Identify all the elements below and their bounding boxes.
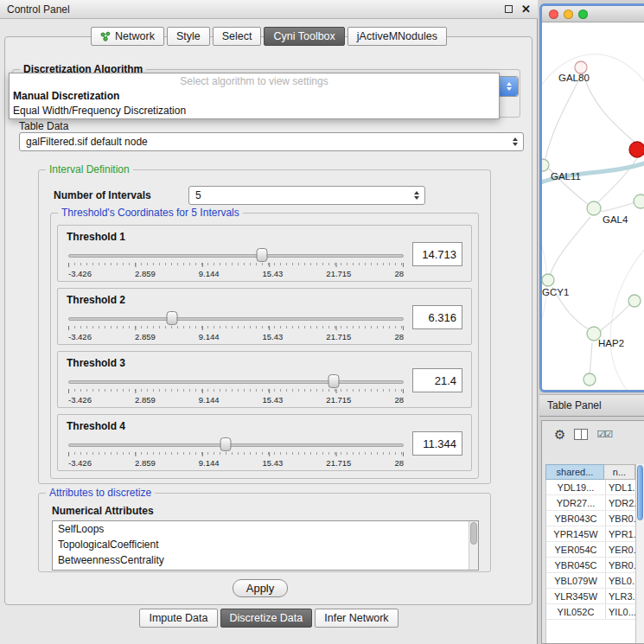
tab-infer-network[interactable]: Infer Network xyxy=(315,609,398,628)
network-node[interactable] xyxy=(542,159,549,171)
attributes-scrollbar-thumb[interactable] xyxy=(470,522,477,545)
network-node[interactable] xyxy=(634,194,644,208)
slider-tick-labels: -3.4262.8599.14415.4321.71528 xyxy=(68,458,404,468)
threshold-label: Threshold 2 xyxy=(67,294,125,306)
table-panel-header[interactable]: Table Panel xyxy=(539,394,644,417)
network-canvas[interactable]: GAL80GAL11GAL4GCY1HAP2 xyxy=(542,23,644,390)
column-header-name[interactable]: n... xyxy=(604,464,635,480)
tab-style[interactable]: Style xyxy=(167,27,210,46)
tick-label: 21.715 xyxy=(326,332,351,341)
algorithm-option-equal-width[interactable]: Equal Width/Frequency Discretization xyxy=(10,104,499,118)
zoom-traffic-light-icon[interactable] xyxy=(578,10,588,19)
gear-icon[interactable]: ⚙ xyxy=(554,428,565,441)
table-row[interactable]: YDL19...YDL1... xyxy=(546,480,635,495)
table-scrollbar[interactable] xyxy=(635,464,644,643)
network-window-titlebar xyxy=(542,6,644,22)
tab-impute-data-label: Impute Data xyxy=(149,609,207,627)
slider-tick-labels: -3.4262.8599.14415.4321.71528 xyxy=(68,395,404,405)
tick-label: -3.426 xyxy=(68,458,92,468)
tab-network-label: Network xyxy=(115,28,155,45)
threshold-value-field[interactable]: 21.4 xyxy=(412,368,462,392)
number-of-intervals-stepper-icon[interactable] xyxy=(409,191,424,200)
tab-discretize-data-label: Discretize Data xyxy=(230,609,303,627)
network-node[interactable] xyxy=(629,142,644,157)
table-data-stepper-icon[interactable] xyxy=(507,137,523,146)
threshold-value-field[interactable]: 14.713 xyxy=(412,242,462,266)
cell-name: YPR1... xyxy=(605,526,635,541)
table-header-row: shared... n... xyxy=(545,464,635,480)
attribute-list-item[interactable]: SelfLoops xyxy=(53,521,478,537)
apply-button[interactable]: Apply xyxy=(233,579,288,597)
slider-thumb[interactable] xyxy=(256,248,267,262)
tick-label: -3.426 xyxy=(68,395,92,405)
table-row[interactable]: YBL079WYBL0... xyxy=(546,573,635,589)
column-header-shared-name[interactable]: shared... xyxy=(545,464,604,480)
close-icon[interactable]: ✕ xyxy=(521,4,531,15)
close-traffic-light-icon[interactable] xyxy=(549,10,558,19)
tab-select[interactable]: Select xyxy=(213,27,262,46)
combobox-stepper-icon[interactable] xyxy=(499,77,518,96)
network-node[interactable] xyxy=(575,61,587,73)
node-label: GCY1 xyxy=(542,287,569,297)
threshold-slider[interactable]: -3.4262.8599.14415.4321.71528 xyxy=(68,436,404,470)
algorithm-option-manual[interactable]: Manual Discretization xyxy=(10,89,499,104)
table-row[interactable]: YER054CYER0... xyxy=(546,542,635,558)
tick-label: 2.859 xyxy=(135,395,156,405)
table-row[interactable]: YLR345WYLR3... xyxy=(546,589,635,604)
network-node[interactable] xyxy=(583,373,596,386)
slider-track[interactable] xyxy=(68,254,404,258)
threshold-slider[interactable]: -3.4262.8599.14415.4321.71528 xyxy=(68,309,404,344)
slider-track[interactable] xyxy=(68,380,404,384)
table-row[interactable]: YDR27...YDR2... xyxy=(546,495,635,511)
slider-thumb[interactable] xyxy=(220,437,232,451)
tab-discretize-data[interactable]: Discretize Data xyxy=(220,609,313,628)
numerical-attributes-list[interactable]: SelfLoopsTopologicalCoefficientBetweenne… xyxy=(52,520,479,571)
cell-shared-name: YBR045C xyxy=(546,558,605,572)
table-row[interactable]: YIL052CYIL0... xyxy=(546,604,635,620)
network-node[interactable] xyxy=(542,274,554,286)
slider-thumb[interactable] xyxy=(328,374,339,388)
cell-shared-name: YPR145W xyxy=(546,526,605,541)
columns-icon[interactable] xyxy=(574,429,588,440)
attribute-items: SelfLoopsTopologicalCoefficientBetweenne… xyxy=(53,521,478,568)
tab-cyni-toolbox[interactable]: Cyni Toolbox xyxy=(264,27,344,46)
threshold-slider[interactable]: -3.4262.8599.14415.4321.71528 xyxy=(68,373,404,407)
minimize-traffic-light-icon[interactable] xyxy=(564,10,573,19)
attribute-list-item[interactable]: TopologicalCoefficient xyxy=(53,537,478,552)
select-columns-checkboxes-icon[interactable]: ☑☑ xyxy=(596,429,612,440)
tab-impute-data[interactable]: Impute Data xyxy=(139,609,217,628)
tick-label: 21.715 xyxy=(326,458,351,468)
threshold-box: Threshold 3-3.4262.8599.14415.4321.71528… xyxy=(57,351,472,408)
slider-thumb[interactable] xyxy=(167,311,178,325)
slider-track[interactable] xyxy=(68,443,404,447)
tick-label: 15.43 xyxy=(263,269,284,278)
table-scrollbar-thumb[interactable] xyxy=(637,465,643,520)
attribute-list-item[interactable]: BetweennessCentrality xyxy=(53,552,478,568)
threshold-label: Threshold 3 xyxy=(67,357,125,369)
threshold-value-field[interactable]: 6.316 xyxy=(412,305,462,329)
threshold-value-field[interactable]: 11.344 xyxy=(412,431,462,456)
table-row[interactable]: YBR043CYBR0... xyxy=(546,511,635,526)
float-window-icon[interactable] xyxy=(505,5,513,13)
control-panel-titlebar: Control Panel ✕ xyxy=(0,0,538,19)
tick-label: 15.43 xyxy=(263,395,284,405)
table-row[interactable]: YPR145WYPR1... xyxy=(546,526,635,542)
cell-name: YBL0... xyxy=(605,573,635,588)
table-data-combobox[interactable]: galFiltered.sif default node xyxy=(19,132,524,151)
network-node[interactable] xyxy=(628,295,641,307)
threshold-slider[interactable]: -3.4262.8599.14415.4321.71528 xyxy=(68,246,404,281)
tick-label: 21.715 xyxy=(326,269,351,278)
cell-shared-name: YDL19... xyxy=(546,480,605,494)
node-label: GAL4 xyxy=(603,214,628,225)
number-of-intervals-combobox[interactable]: 5 xyxy=(188,186,425,205)
tab-network[interactable]: Network xyxy=(91,27,164,46)
tab-jactivemnodules[interactable]: jActiveMNodules xyxy=(348,27,447,46)
network-node[interactable] xyxy=(587,201,601,215)
thresholds-container: Threshold 1-3.4262.8599.14415.4321.71528… xyxy=(57,225,472,477)
algorithm-dropdown-popup: Select algorithm to view settings Manual… xyxy=(9,73,500,119)
table-row[interactable]: YBR045CYBR0... xyxy=(546,558,635,573)
tick-label: -3.426 xyxy=(68,269,92,278)
attributes-scrollbar[interactable] xyxy=(469,521,478,570)
control-panel-tabbar: Network Style Select Cyni Toolbox jActiv… xyxy=(0,27,538,46)
slider-track[interactable] xyxy=(68,317,404,321)
